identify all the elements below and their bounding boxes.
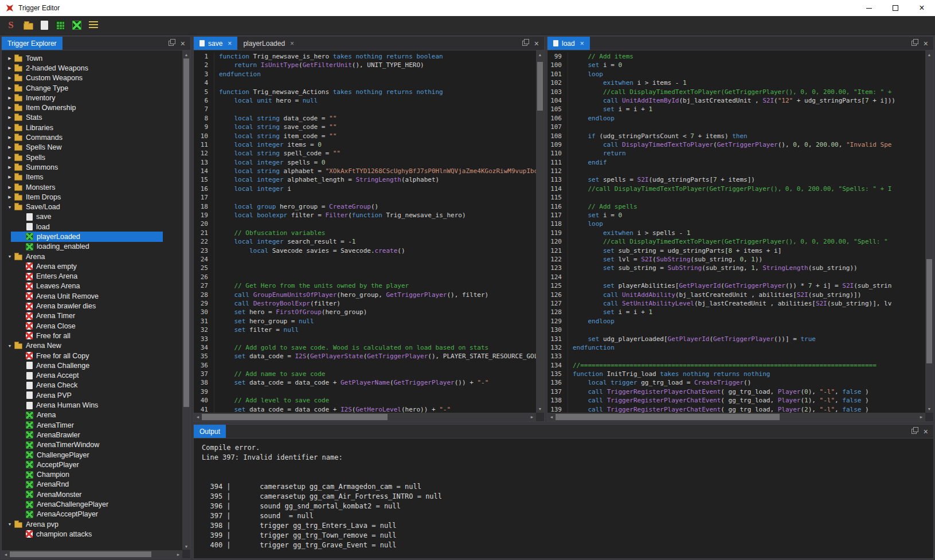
tree-item-arena-empty[interactable]: Arena empty [2, 261, 182, 271]
tree-item-items[interactable]: ▶Items [2, 173, 182, 182]
trigger-explorer-tab[interactable]: Trigger Explorer [2, 37, 62, 50]
float-panel-icon[interactable] [911, 41, 917, 46]
tree-item-spells[interactable]: ▶Spells [2, 152, 182, 162]
tree-item-arenabrawler[interactable]: ArenaBrawler [2, 430, 182, 440]
close-panel-icon[interactable]: × [181, 40, 185, 48]
tree-item-acceptplayer[interactable]: AcceptPlayer [2, 460, 182, 469]
tree-item-arenatimer[interactable]: ArenaTimer [2, 420, 182, 430]
scrollbar-thumb[interactable] [555, 414, 780, 420]
chevron-down-icon[interactable]: ▼ [5, 254, 14, 259]
tree-item-commands[interactable]: ▶Commands [2, 132, 182, 142]
tree-item-arenachallengeplayer[interactable]: ArenaChallengePlayer [2, 499, 182, 509]
chevron-right-icon[interactable]: ▶ [5, 145, 14, 150]
tab-close-icon[interactable]: × [580, 40, 584, 48]
float-panel-icon[interactable] [169, 41, 174, 46]
editor-vertical-scrollbar[interactable]: ▲ ▼ [536, 50, 544, 413]
scroll-up-icon[interactable]: ▲ [536, 50, 544, 58]
scroll-up-icon[interactable]: ▲ [925, 50, 933, 58]
scrollbar-thumb[interactable] [202, 414, 388, 420]
syntax-check-icon[interactable] [72, 21, 81, 30]
tree-item-arenatimerwindow[interactable]: ArenaTimerWindow [2, 440, 182, 450]
tree-item-arena-brawler-dies[interactable]: Arena brawler dies [2, 301, 182, 311]
explorer-vertical-scrollbar[interactable]: ▲ ▼ [182, 50, 190, 550]
tab-save[interactable]: save× [194, 37, 237, 50]
tree-item-playerloaded[interactable]: playerLoaded [2, 232, 182, 241]
tree-item-2-handed-weapons[interactable]: ▶2-handed Weapons [2, 63, 182, 73]
new-trigger-icon[interactable] [41, 21, 48, 30]
scroll-right-icon[interactable]: ► [917, 413, 925, 421]
editor-vertical-scrollbar[interactable]: ▲ ▼ [925, 50, 933, 413]
scrollbar-thumb[interactable] [926, 259, 932, 363]
chevron-right-icon[interactable]: ▶ [5, 165, 14, 170]
chevron-right-icon[interactable]: ▶ [5, 155, 14, 160]
scroll-left-icon[interactable]: ◄ [2, 550, 10, 558]
tree-item-town[interactable]: ▶Town [2, 53, 182, 63]
scrollbar-thumb[interactable] [10, 551, 151, 557]
chevron-down-icon[interactable]: ▼ [5, 344, 14, 348]
scrollbar-thumb[interactable] [537, 62, 543, 111]
chevron-right-icon[interactable]: ▶ [5, 76, 14, 80]
scroll-down-icon[interactable]: ▼ [182, 542, 190, 550]
chevron-right-icon[interactable]: ▶ [5, 105, 14, 110]
tree-item-arena-challenge[interactable]: Arena Challenge [2, 361, 182, 370]
scroll-up-icon[interactable]: ▲ [182, 50, 190, 58]
tree-item-arena-pvp[interactable]: Arena PVP [2, 390, 182, 400]
variable-grid-icon[interactable] [56, 21, 65, 30]
tree-item-arena-human-wins[interactable]: Arena Human Wins [2, 400, 182, 410]
tree-item-summons[interactable]: ▶Summons [2, 162, 182, 172]
tree-item-arena-timer[interactable]: Arena Timer [2, 311, 182, 321]
tree-item-arena-new[interactable]: ▼Arena New [2, 341, 182, 351]
scroll-down-icon[interactable]: ▼ [536, 405, 544, 413]
tree-item-champion[interactable]: Champion [2, 469, 182, 479]
editor-horizontal-scrollbar[interactable]: ◄ ► [194, 413, 536, 421]
tree-item-free-for-all[interactable]: Free for all [2, 331, 182, 340]
tree-item-libraries[interactable]: ▶Libraries [2, 123, 182, 132]
load-code-editor[interactable]: 99 // Add items100 set i = 0101 loop102 … [547, 50, 925, 413]
tree-item-load[interactable]: load [2, 222, 182, 232]
tree-item-item-ownership[interactable]: ▶Item Ownership [2, 103, 182, 112]
tree-item-arena-unit-remove[interactable]: Arena Unit Remove [2, 291, 182, 301]
chevron-right-icon[interactable]: ▶ [5, 185, 14, 190]
script-editor-icon[interactable]: S [6, 20, 16, 30]
scroll-left-icon[interactable]: ◄ [194, 413, 202, 421]
tree-item-arenarnd[interactable]: ArenaRnd [2, 480, 182, 489]
tree-item-arenaacceptplayer[interactable]: ArenaAcceptPlayer [2, 510, 182, 519]
save-code-editor[interactable]: 1function Trig_newsave_is_hero takes not… [194, 50, 536, 413]
chevron-right-icon[interactable]: ▶ [5, 56, 14, 61]
tab-close-icon[interactable]: × [228, 40, 232, 48]
tree-item-spells-new[interactable]: ▶Spells New [2, 143, 182, 152]
tree-item-change-type[interactable]: ▶Change Type [2, 83, 182, 93]
chevron-right-icon[interactable]: ▶ [5, 86, 14, 91]
tree-item-arena[interactable]: ▼Arena [2, 252, 182, 261]
chevron-right-icon[interactable]: ▶ [5, 195, 14, 199]
open-folder-icon[interactable] [24, 23, 33, 30]
float-panel-icon[interactable] [911, 429, 917, 434]
chevron-right-icon[interactable]: ▶ [5, 126, 14, 130]
tree-item-custom-weapons[interactable]: ▶Custom Weapons [2, 73, 182, 83]
tree-item-challengeplayer[interactable]: ChallengePlayer [2, 450, 182, 460]
tree-item-save[interactable]: save [2, 212, 182, 222]
tree-item-monsters[interactable]: ▶Monsters [2, 182, 182, 192]
tree-item-arena-accept[interactable]: Arena Accept [2, 371, 182, 381]
chevron-right-icon[interactable]: ▶ [5, 115, 14, 120]
minimize-button[interactable] [856, 0, 882, 16]
script-list-icon[interactable] [89, 21, 98, 29]
chevron-right-icon[interactable]: ▶ [5, 175, 14, 179]
tree-item-save-load[interactable]: ▼Save/Load [2, 202, 182, 212]
close-button[interactable]: × [909, 0, 935, 16]
tab-load[interactable]: load× [547, 37, 590, 50]
tree-item-arena-check[interactable]: Arena Check [2, 381, 182, 390]
chevron-right-icon[interactable]: ▶ [5, 96, 14, 100]
float-panel-icon[interactable] [522, 41, 527, 46]
tab-playerLoaded[interactable]: playerLoaded× [237, 37, 300, 50]
close-panel-icon[interactable]: × [534, 40, 539, 48]
tree-item-free-for-all-copy[interactable]: Free for all Copy [2, 351, 182, 361]
scroll-right-icon[interactable]: ► [174, 550, 182, 558]
scroll-left-icon[interactable]: ◄ [547, 413, 555, 421]
tree-item-champion-attacks[interactable]: champion attacks [2, 529, 182, 539]
tree-item-stats[interactable]: ▶Stats [2, 113, 182, 123]
maximize-button[interactable] [882, 0, 909, 16]
output-tab[interactable]: Output [194, 425, 226, 438]
tree-item-arena-close[interactable]: Arena Close [2, 321, 182, 331]
tree-item-leaves-arena[interactable]: Leaves Arena [2, 281, 182, 291]
